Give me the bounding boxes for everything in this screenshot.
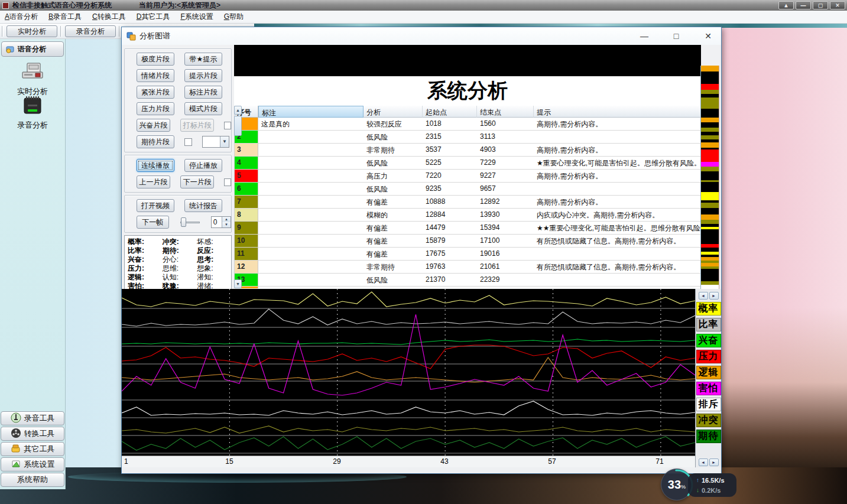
tension-segment-button[interactable]: 紧张片段 — [137, 86, 174, 99]
next-frame-button[interactable]: 下一帧 — [137, 216, 169, 229]
legend-item[interactable]: 冲突 — [696, 414, 721, 427]
sidebar-header-voice-analysis[interactable]: 语音分析 — [1, 41, 64, 57]
sidebar-item-recording-analysis[interactable]: 录音分析 — [0, 95, 65, 131]
series-line — [122, 292, 695, 307]
toolbar-recording-analysis-button[interactable]: 录音分析 — [65, 25, 116, 37]
legend-item[interactable]: 逻辑 — [696, 366, 721, 379]
table-row[interactable]: 14 — [235, 287, 703, 288]
sidebar-button-system-help[interactable]: 系统帮助 — [1, 473, 64, 487]
dialog-maximize-button[interactable]: □ — [669, 31, 683, 41]
table-row[interactable]: 1这是真的较强烈反应10181560高期待,需分析内容。 — [235, 118, 703, 131]
x-axis-label: 71 — [655, 457, 663, 466]
sidebar-button-recording-tools[interactable]: 录音工具 — [1, 411, 64, 425]
table-row[interactable]: 5高压力72209227高期待,需分析内容。 — [235, 170, 703, 183]
table-scrollbar[interactable]: ▲ ▼ — [234, 106, 235, 288]
col-header-end[interactable]: 结束点 — [477, 106, 534, 118]
network-monitor-widget[interactable]: 33 % ↑16.5K/s ↓0.2K/s — [661, 469, 738, 503]
strip-segment — [701, 90, 719, 94]
table-row[interactable]: 12非常期待1976321061有所恐惧或隐藏了信息。高期待,需分析内容。 — [235, 261, 703, 274]
table-row[interactable]: 7有偏差1088812892高期待,需分析内容。 — [235, 196, 703, 209]
statistics-report-button[interactable]: 统计报告 — [184, 199, 222, 212]
legend-item[interactable]: 压力 — [696, 350, 721, 363]
excitement-segment-button[interactable]: 兴奋片段 — [137, 119, 170, 132]
table-row[interactable]: 11有偏差1767519016 — [235, 248, 703, 261]
col-header-analysis[interactable]: 分析 — [364, 106, 423, 118]
analysis-table: ▲ ▼ 序号 标注 分析 起始点 结束点 提示 1这是真的较强烈反应101815… — [234, 106, 703, 288]
mark-segment-button[interactable]: 打标片段 — [180, 119, 214, 132]
dialog-close-button[interactable]: ✕ — [701, 31, 715, 41]
scroll-left-icon[interactable]: ◄ — [699, 292, 708, 300]
sidebar-button-other-tools[interactable]: 其它工具 — [1, 442, 64, 456]
legend-item[interactable]: 期待 — [696, 430, 721, 443]
menu-item[interactable]: F系统设置 — [180, 12, 213, 22]
legend-item[interactable]: 排斥 — [696, 398, 721, 411]
spinner-down-icon[interactable]: ▼ — [222, 222, 231, 227]
strip-segment — [701, 135, 719, 139]
previous-segment-button[interactable]: 上一片段 — [137, 175, 170, 188]
table-row[interactable]: 4低风险52257229★重要心理变化,可能是害怕引起。思维分散有风险。 — [235, 157, 703, 170]
table-row[interactable]: 2低风险23153113 — [235, 131, 703, 144]
menu-item[interactable]: G帮助 — [224, 12, 244, 22]
close-button[interactable]: ✕ — [830, 1, 845, 9]
collapse-button[interactable]: ▲ — [778, 1, 794, 9]
col-header-start[interactable]: 起始点 — [423, 106, 477, 118]
dialog-minimize-button[interactable]: — — [637, 31, 651, 41]
legend-item[interactable]: 兴奋 — [696, 334, 721, 347]
legend-item[interactable]: 害怕 — [696, 382, 721, 395]
menu-item[interactable]: B录音工具 — [48, 12, 82, 22]
pattern-segment-button[interactable]: 模式片段 — [184, 102, 222, 115]
legend-item[interactable]: 概率 — [696, 302, 721, 316]
scroll-right-icon[interactable]: ► — [709, 459, 719, 466]
scroll-up-icon[interactable]: ▲ — [234, 106, 242, 115]
strip-segment — [701, 109, 719, 118]
toolbar-separator — [60, 26, 62, 37]
scroll-left-icon[interactable]: ◄ — [699, 459, 708, 466]
sidebar-button-system-settings[interactable]: 系统设置 — [1, 457, 64, 472]
menu-item[interactable]: D其它工具 — [137, 12, 170, 22]
table-row[interactable]: 9有偏差1447915394★★重要心理变化,可能是害怕引起。思维分散有风险。 — [235, 222, 703, 235]
filter-combobox[interactable]: ▼ — [202, 136, 229, 148]
toolbar-realtime-analysis-button[interactable]: 实时分析 — [7, 25, 57, 37]
scrollbar-thumb[interactable] — [234, 116, 242, 136]
col-header-label[interactable]: 标注 — [258, 106, 364, 118]
stop-play-button[interactable]: 停止播放 — [184, 159, 222, 172]
table-row[interactable]: 8模糊的1288413930内疚或内心冲突。高期待,需分析内容。 — [235, 209, 703, 222]
annotation-segment-button[interactable]: 标注片段 — [184, 86, 222, 99]
menu-item[interactable]: A语音分析 — [5, 12, 38, 22]
minimize-button[interactable]: — — [796, 1, 811, 9]
continuous-play-button[interactable]: 连续播放 — [137, 159, 174, 172]
network-speed-pill[interactable]: ↑16.5K/s ↓0.2K/s — [688, 473, 736, 497]
frame-slider-thumb[interactable] — [181, 217, 186, 227]
screen: 检信非接触式语音心理分析系统 当前用户为:<系统管理员> ▲ — ▢ ✕ A语音… — [0, 0, 847, 504]
expectation-segment-button[interactable]: 期待片段 — [137, 135, 174, 148]
filter-checkbox[interactable] — [184, 138, 192, 146]
legend-item[interactable]: 比率 — [696, 318, 721, 331]
mark-segment-checkbox[interactable] — [224, 122, 231, 129]
next-segment-checkbox[interactable] — [224, 178, 231, 186]
col-header-hint[interactable]: 提示 — [534, 106, 703, 118]
app-title: 检信非接触式语音心理分析系统 — [12, 1, 112, 11]
table-row[interactable]: 10有偏差1587917100有所恐惧或隐藏了信息。高期待,需分析内容。 — [235, 235, 703, 248]
table-row[interactable]: 13低风险2137022329 — [235, 274, 703, 287]
scroll-right-icon[interactable]: ► — [709, 292, 719, 300]
next-segment-button[interactable]: 下一片段 — [180, 175, 214, 188]
hint-segment-button[interactable]: 提示片段 — [184, 69, 222, 82]
emotion-segment-button[interactable]: 情绪片段 — [137, 69, 174, 82]
extreme-segment-button[interactable]: 极度片段 — [137, 53, 174, 66]
chevron-down-icon[interactable]: ▼ — [220, 136, 229, 147]
frame-spinner[interactable]: 0 ▲▼ — [211, 216, 231, 228]
frame-slider[interactable] — [179, 217, 201, 227]
sidebar-item-realtime-analysis[interactable]: 实时分析 — [0, 63, 65, 97]
maximize-button[interactable]: ▢ — [813, 1, 828, 9]
star-hint-button[interactable]: 带★提示 — [184, 53, 222, 66]
open-video-button[interactable]: 打开视频 — [137, 199, 174, 212]
spinner-up-icon[interactable]: ▲ — [222, 217, 231, 222]
menu-item[interactable]: C转换工具 — [92, 12, 126, 22]
pressure-segment-button[interactable]: 压力片段 — [137, 102, 174, 115]
recording-analysis-icon — [21, 95, 44, 116]
table-row[interactable]: 6低风险92359657 — [235, 183, 703, 196]
table-row[interactable]: 3非常期待35374903高期待,需分析内容。 — [235, 144, 703, 157]
sidebar-button-convert-tools[interactable]: 转换工具 — [1, 427, 64, 441]
scroll-down-icon[interactable]: ▼ — [234, 279, 242, 288]
series-line — [122, 339, 695, 344]
